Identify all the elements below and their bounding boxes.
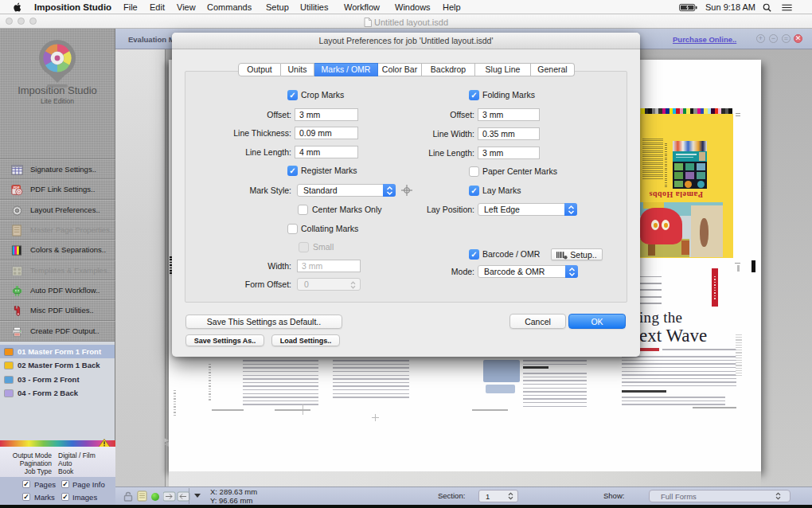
svg-text:PDF: PDF — [14, 186, 21, 190]
svg-text:Imposition Studio: Imposition Studio — [18, 84, 97, 96]
svg-text:Lite Edition: Lite Edition — [41, 97, 74, 105]
